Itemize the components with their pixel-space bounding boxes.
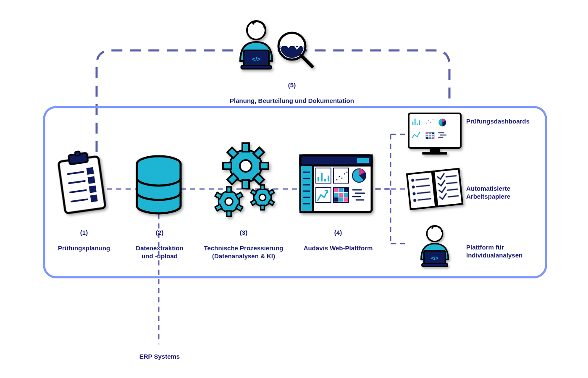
svg-point-69	[341, 178, 343, 179]
output-branches	[376, 134, 405, 244]
svg-rect-82	[339, 197, 343, 202]
svg-rect-66	[333, 168, 349, 183]
svg-point-118	[413, 193, 415, 194]
svg-rect-13	[58, 156, 105, 213]
svg-rect-21	[90, 186, 96, 192]
svg-rect-76	[339, 188, 343, 192]
output-papers-label: Automatisierte Arbeitspapiere	[466, 185, 542, 201]
svg-point-71	[346, 172, 348, 173]
svg-point-42	[225, 198, 233, 205]
step2-num: (2)	[156, 229, 163, 236]
svg-rect-41	[215, 192, 222, 199]
svg-rect-38	[236, 205, 243, 211]
svg-rect-44	[261, 185, 265, 189]
svg-rect-49	[251, 189, 257, 195]
platform-icon	[300, 155, 372, 212]
svg-rect-39	[227, 211, 231, 216]
svg-rect-40	[215, 205, 222, 211]
svg-rect-15	[75, 151, 80, 156]
svg-rect-8	[241, 66, 271, 69]
step2-title: Datenextraktion und -upload	[136, 244, 183, 260]
svg-rect-128	[422, 264, 447, 267]
svg-rect-109	[432, 137, 434, 139]
svg-point-68	[339, 176, 340, 177]
svg-point-114	[412, 179, 413, 181]
svg-rect-103	[432, 133, 434, 134]
svg-point-67	[336, 179, 338, 181]
erp-label: ERP Systems	[126, 353, 193, 361]
gears-icon	[215, 143, 274, 216]
svg-rect-19	[89, 177, 94, 183]
svg-rect-90	[422, 152, 447, 155]
svg-point-95	[426, 123, 427, 123]
svg-rect-108	[429, 137, 431, 139]
output-dashboard-icon	[409, 113, 461, 155]
step3-title: Technische Prozessierung (Datenanalysen …	[204, 244, 284, 260]
clipboard-icon	[57, 149, 105, 213]
svg-rect-107	[426, 137, 428, 139]
svg-rect-48	[251, 200, 257, 205]
svg-point-34	[240, 160, 252, 172]
svg-point-70	[344, 173, 345, 175]
svg-point-120	[414, 200, 415, 201]
database-icon	[137, 156, 181, 213]
output-individual-label: Plattform für Individualanalysen	[466, 244, 542, 260]
output-papers-icon	[407, 169, 462, 210]
step1-title: Prüfungsplanung	[58, 244, 110, 252]
svg-rect-26	[242, 143, 249, 152]
svg-point-50	[259, 194, 265, 200]
svg-rect-36	[227, 187, 231, 192]
svg-rect-47	[261, 205, 265, 210]
step5-icon: </>	[240, 21, 312, 69]
step5-title: Planung, Beurteilung und Dokumentation	[230, 97, 354, 104]
svg-rect-79	[339, 193, 343, 197]
svg-rect-37	[236, 192, 243, 199]
svg-rect-77	[344, 188, 348, 192]
svg-rect-17	[87, 168, 93, 174]
svg-rect-104	[426, 135, 428, 136]
svg-rect-46	[268, 200, 274, 205]
step4-title: Audavis Web-Plattform	[304, 244, 373, 252]
step5-num: (5)	[288, 81, 296, 89]
svg-rect-23	[91, 196, 97, 202]
svg-point-116	[412, 186, 414, 188]
svg-rect-53	[357, 158, 369, 163]
svg-rect-105	[429, 135, 431, 136]
svg-rect-75	[334, 188, 339, 192]
step4-num: (4)	[334, 229, 342, 236]
svg-text:</>: </>	[431, 255, 438, 261]
svg-rect-102	[429, 133, 431, 134]
svg-rect-30	[242, 180, 249, 189]
svg-rect-106	[432, 135, 434, 136]
output-dashboards-label: Prüfungsdashboards	[466, 118, 542, 126]
svg-rect-81	[334, 197, 339, 202]
step1-num: (1)	[80, 229, 88, 236]
svg-point-98	[433, 119, 433, 120]
svg-point-96	[428, 121, 429, 121]
svg-rect-88	[409, 113, 461, 148]
svg-rect-80	[344, 193, 348, 197]
svg-rect-32	[223, 163, 231, 169]
svg-rect-101	[426, 133, 428, 134]
svg-line-12	[301, 55, 312, 66]
svg-rect-78	[334, 193, 339, 197]
svg-text:</>: </>	[252, 56, 260, 63]
svg-rect-45	[268, 189, 274, 195]
step3-num: (3)	[240, 229, 247, 236]
svg-rect-83	[344, 197, 348, 202]
svg-point-97	[430, 122, 431, 123]
person-icon: </>	[240, 21, 272, 69]
output-individual-icon: </>	[421, 226, 449, 267]
svg-rect-28	[260, 163, 268, 169]
